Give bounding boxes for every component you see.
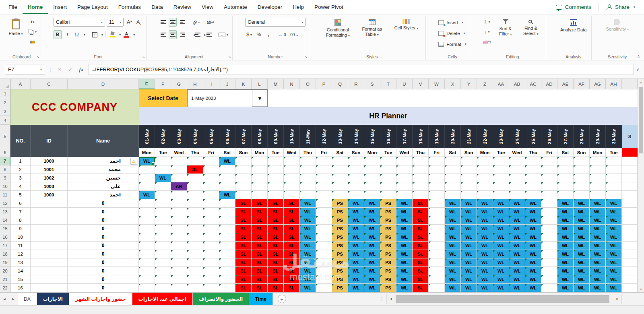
cell-J10[interactable] xyxy=(219,182,235,191)
cell-A9[interactable]: 3 xyxy=(10,174,31,182)
column-header-AA[interactable]: AA xyxy=(493,79,509,89)
cell-N17[interactable]: SL xyxy=(284,242,300,250)
cell-AH18[interactable]: WL xyxy=(606,250,622,258)
cell-W17[interactable] xyxy=(429,242,445,250)
orientation-button[interactable]: ab▾ xyxy=(192,18,200,27)
cell-AC14[interactable]: WL xyxy=(525,216,541,225)
cell-H8[interactable]: SL xyxy=(187,165,203,174)
cell-K20[interactable]: SL xyxy=(235,267,252,275)
cell-AA11[interactable] xyxy=(493,191,509,199)
row-header-17[interactable]: 17 xyxy=(0,242,10,250)
cell-L15[interactable]: SL xyxy=(252,225,268,233)
column-header-G[interactable]: G xyxy=(171,79,187,89)
column-header-F[interactable]: F xyxy=(155,79,171,89)
cell-AD8[interactable] xyxy=(541,165,557,174)
cell-O20[interactable]: WL xyxy=(300,267,316,275)
cell-D11[interactable]: احمد xyxy=(68,191,139,199)
cell-R11[interactable] xyxy=(348,191,364,199)
cell-C14[interactable] xyxy=(31,216,68,225)
ribbon-tab-view[interactable]: View xyxy=(196,0,219,14)
cell-partial-22[interactable] xyxy=(622,284,638,292)
cell-AE13[interactable]: WL xyxy=(557,208,574,216)
vertical-scroll-thumb[interactable] xyxy=(639,87,643,153)
cell-M10[interactable] xyxy=(268,182,284,191)
sheet-tab-2[interactable]: الاجازات xyxy=(37,293,69,305)
cell-X19[interactable]: WL xyxy=(445,258,461,267)
cell-C15[interactable] xyxy=(31,225,68,233)
column-header-AD[interactable]: AD xyxy=(541,79,557,89)
cell-N15[interactable]: SL xyxy=(284,225,300,233)
cell-styles-button[interactable]: Cell Styles▾ xyxy=(390,17,422,31)
cell-AH8[interactable] xyxy=(606,165,622,174)
cell-AC11[interactable] xyxy=(525,191,541,199)
horizontal-scroll-thumb[interactable] xyxy=(396,295,609,303)
cell-G15[interactable] xyxy=(171,225,187,233)
find-select-button[interactable]: Find & Select▾ xyxy=(519,17,543,36)
cell-G18[interactable] xyxy=(171,250,187,258)
cell-H13[interactable] xyxy=(187,208,203,216)
cell-L21[interactable]: SL xyxy=(252,275,268,284)
cell-T15[interactable]: PS xyxy=(380,225,396,233)
cell-Z16[interactable]: WL xyxy=(477,233,493,242)
ribbon-tab-developer[interactable]: Developer xyxy=(252,0,288,14)
cell-partial-14[interactable] xyxy=(622,216,638,225)
cell-P19[interactable] xyxy=(316,258,332,267)
cell-R9[interactable] xyxy=(348,174,364,182)
cell-AC22[interactable]: WL xyxy=(525,284,541,292)
cell-M22[interactable]: SL xyxy=(268,284,284,292)
cell-AB17[interactable]: WL xyxy=(509,242,525,250)
cell-AG19[interactable]: WL xyxy=(590,258,606,267)
cell-J18[interactable] xyxy=(219,250,235,258)
cell-F11[interactable] xyxy=(155,191,171,199)
cell-AG12[interactable]: WL xyxy=(590,199,606,208)
day-header-17[interactable]: Wed xyxy=(396,148,413,157)
cell-Y16[interactable]: WL xyxy=(461,233,477,242)
cell-D13[interactable]: 0 xyxy=(68,208,139,216)
sheet-tab-1[interactable]: DA xyxy=(18,293,37,305)
cell-P9[interactable] xyxy=(316,174,332,182)
column-header-AC[interactable]: AC xyxy=(525,79,541,89)
cell-K22[interactable]: SL xyxy=(235,284,252,292)
cell-O11[interactable] xyxy=(300,191,316,199)
cell-L17[interactable]: SL xyxy=(252,242,268,250)
cell-S8[interactable] xyxy=(364,165,380,174)
cell-P15[interactable] xyxy=(316,225,332,233)
day-header-9[interactable]: Tue xyxy=(268,148,284,157)
cell-AD12[interactable] xyxy=(541,199,557,208)
cell-O16[interactable]: WL xyxy=(300,233,316,242)
date-header-19-May[interactable]: 19-May xyxy=(429,125,445,148)
cell-T8[interactable] xyxy=(380,165,396,174)
cell-H17[interactable] xyxy=(187,242,203,250)
hr-planner-title-cell[interactable]: HR Planner xyxy=(139,107,638,125)
cell-A13[interactable]: 7 xyxy=(10,208,31,216)
cell-AF22[interactable]: WL xyxy=(574,284,590,292)
cell-Y7[interactable] xyxy=(461,157,477,165)
date-header-02-May[interactable]: 02-May xyxy=(155,125,171,148)
cell-E21[interactable] xyxy=(139,275,155,284)
cell-V17[interactable]: SL xyxy=(413,242,429,250)
cell-M18[interactable]: SL xyxy=(268,250,284,258)
cell-A11[interactable]: 5 xyxy=(10,191,31,199)
date-header-29-May[interactable]: 29-May xyxy=(590,125,606,148)
insert-cells-button[interactable]: Insert▾ xyxy=(438,17,463,27)
cell-F17[interactable] xyxy=(155,242,171,250)
cell-R10[interactable] xyxy=(348,182,364,191)
column-header-Y[interactable]: Y xyxy=(461,79,477,89)
accounting-format-button[interactable]: $▾ xyxy=(245,30,253,39)
cell-W19[interactable] xyxy=(429,258,445,267)
name-box[interactable]: E7▾ xyxy=(5,64,45,75)
cell-J17[interactable] xyxy=(219,242,235,250)
cell-O10[interactable] xyxy=(300,182,316,191)
date-header-20-May[interactable]: 20-May xyxy=(445,125,461,148)
cell-AD10[interactable] xyxy=(541,182,557,191)
cell-I12[interactable] xyxy=(203,199,219,208)
format-cells-button[interactable]: Format▾ xyxy=(438,39,466,49)
cell-R13[interactable]: WL xyxy=(348,208,364,216)
cell-AG22[interactable]: WL xyxy=(590,284,606,292)
underline-button[interactable]: U xyxy=(73,30,81,39)
cell-M8[interactable] xyxy=(268,165,284,174)
cell-AC9[interactable] xyxy=(525,174,541,182)
ribbon-tab-power-pivot[interactable]: Power Pivot xyxy=(309,0,349,14)
cell-Q11[interactable] xyxy=(332,191,348,199)
number-dialog-launcher[interactable]: ↘ xyxy=(305,55,308,59)
